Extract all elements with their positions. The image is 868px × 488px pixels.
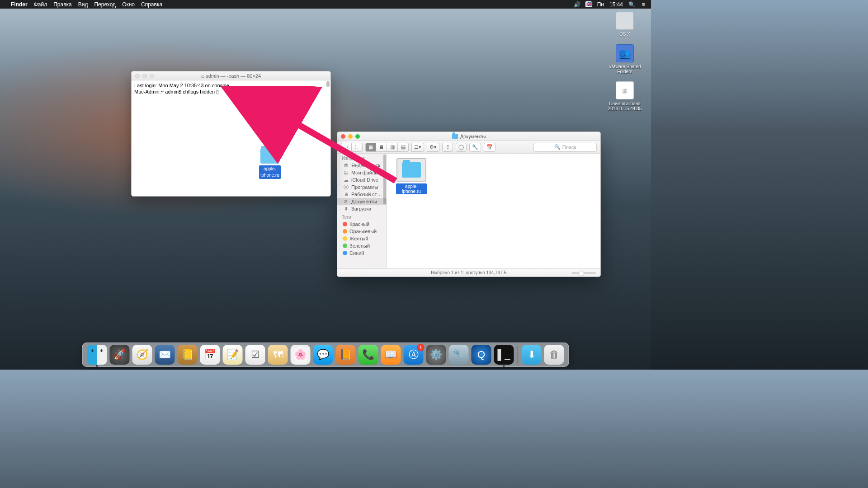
terminal-titlebar[interactable]: ⌂ admin — -bash — 80×24 (132, 71, 330, 80)
search-field[interactable]: 🔍 Поиск (533, 143, 597, 152)
sidebar-tag-orange[interactable]: Оранжевый (337, 228, 387, 235)
desktop-icon: 🖥 (343, 192, 349, 197)
language-indicator[interactable]: 🇬🇧 (585, 1, 592, 7)
desktop-icon-osx[interactable]: OS X (607, 12, 643, 37)
app-name[interactable]: Finder (11, 1, 28, 8)
folder-icon (260, 148, 279, 164)
terminal-title: admin — -bash — 80×24 (206, 73, 261, 79)
sidebar-item-label: Желтый (349, 236, 368, 241)
menu-window[interactable]: Окно (122, 1, 135, 8)
menubar-time[interactable]: 15:44 (609, 1, 623, 8)
dock-separator (518, 346, 518, 364)
sidebar-item-desktop[interactable]: 🖥Рабочий ст… (337, 191, 387, 198)
dock-calendar[interactable]: 📅 (200, 345, 220, 365)
sidebar-item-label: iCloud Drive (351, 177, 378, 183)
zoom-slider[interactable] (571, 272, 596, 274)
menu-file[interactable]: Файл (34, 1, 47, 8)
share-button[interactable]: ⇪ (442, 143, 453, 152)
desktop-icon-label: VMware Shared Folders (607, 64, 643, 74)
spotlight-icon[interactable]: 🔍 (628, 1, 635, 8)
terminal-line: Last login: Mon May 2 10:35:43 on consol… (134, 82, 328, 89)
tags-button[interactable]: ◯ (456, 143, 467, 152)
dock-finder[interactable] (87, 345, 107, 365)
desktop-icon-vmware[interactable]: 👥 VMware Shared Folders (607, 44, 643, 74)
menu-go[interactable]: Переход (94, 1, 116, 8)
sidebar-item-label: Оранжевый (349, 229, 377, 234)
view-coverflow-button[interactable]: ▤ (398, 143, 409, 152)
arrange-button[interactable]: ☰▾ (411, 143, 424, 152)
sidebar-tag-red[interactable]: Красный (337, 221, 387, 228)
dock-ibooks-alt[interactable]: 📙 (336, 345, 356, 365)
finder-toolbar: 〈 〉 ▦ ≣ ▥ ▤ ☰▾ ⚙▾ ⇪ ◯ 🔧 📅 🔍 Поиск (337, 141, 600, 154)
finder-titlebar[interactable]: Документы (337, 132, 600, 141)
view-icon-button[interactable]: ▦ (365, 143, 376, 152)
dock-facetime[interactable]: 📞 (359, 345, 378, 365)
appstore-badge: 1 (417, 344, 425, 351)
nav-back-button[interactable]: 〈 (341, 143, 352, 152)
view-column-button[interactable]: ▥ (387, 143, 398, 152)
finder-statusbar: Выбрано 1 из 1; доступно 134,74 ГБ (337, 268, 600, 277)
sidebar-item-label: Программы (351, 184, 378, 190)
dock-ibooks[interactable]: 📖 (381, 345, 401, 365)
dock-contacts[interactable]: 📒 (178, 345, 198, 365)
volume-icon[interactable]: 🔊 (574, 1, 580, 8)
sidebar-header-favorites: Избранное (337, 154, 387, 162)
desktop-icon-screenshot[interactable]: 🖼 Снимок экрана 2016-0…5.44.05 (607, 81, 643, 111)
toolbar-calendar-icon[interactable]: 📅 (484, 143, 495, 152)
sidebar-item-label: Синий (349, 250, 364, 256)
sidebar-item-downloads[interactable]: ⬇Загрузки (337, 205, 387, 212)
desktop-icon-label: Снимок экрана 2016-0…5.44.05 (607, 101, 643, 111)
toolbar-app-icon[interactable]: 🔧 (469, 143, 481, 152)
desktop-icon-label: OS X (607, 32, 643, 37)
tag-dot-icon (343, 244, 347, 248)
sidebar-item-myfiles[interactable]: 🗂Мои файлы (337, 169, 387, 176)
terminal-body[interactable]: Last login: Mon May 2 10:35:43 on consol… (132, 80, 330, 196)
sidebar-tag-green[interactable]: Зеленый (337, 242, 387, 249)
dock-terminal[interactable]: ▌_ (494, 345, 514, 365)
files-icon: 🗂 (343, 170, 349, 175)
dock-safari[interactable]: 🧭 (132, 345, 152, 365)
sidebar-item-yandexdisk[interactable]: ⛃Яндекс.Диск (337, 162, 387, 169)
sidebar-tag-yellow[interactable]: Желтый (337, 235, 387, 242)
dock-photos[interactable]: 🌸 (291, 345, 311, 365)
documents-icon: 🗎 (343, 199, 349, 204)
nav-forward-button[interactable]: 〉 (352, 143, 363, 152)
sidebar-item-iclouddrive[interactable]: ☁iCloud Drive (337, 176, 387, 183)
tag-dot-icon (343, 229, 347, 234)
dragged-folder[interactable]: apple-iphone.ru (259, 148, 281, 179)
dock-notes[interactable]: 📝 (223, 345, 243, 365)
dock-utility[interactable]: 🔧 (449, 345, 469, 365)
view-list-button[interactable]: ≣ (376, 143, 387, 152)
menubar-day[interactable]: Пн (597, 1, 604, 8)
dock-downloads[interactable]: ⬇ (522, 345, 542, 365)
sidebar-item-applications[interactable]: ⒶПрограммы (337, 183, 387, 191)
sidebar-item-label: Красный (349, 221, 369, 227)
dock-messages[interactable]: 💬 (313, 345, 333, 365)
sidebar-item-label: Мои файлы (351, 170, 378, 175)
scrollbar-thumb[interactable] (383, 155, 386, 204)
scrollbar-thumb[interactable] (326, 81, 330, 87)
sidebar-tag-blue[interactable]: Синий (337, 249, 387, 257)
finder-window[interactable]: Документы 〈 〉 ▦ ≣ ▥ ▤ ☰▾ ⚙▾ ⇪ ◯ 🔧 📅 🔍 По… (337, 131, 601, 277)
search-placeholder: Поиск (562, 145, 576, 150)
terminal-window[interactable]: ⌂ admin — -bash — 80×24 Last login: Mon … (131, 71, 331, 197)
finder-file[interactable]: apple-iphone.ru (396, 158, 427, 194)
sidebar-header-tags: Теги (337, 212, 387, 221)
action-button[interactable]: ⚙▾ (427, 143, 439, 152)
dock-quicktime[interactable]: Q (472, 345, 491, 365)
menu-view[interactable]: Вид (78, 1, 88, 8)
dock-trash[interactable]: 🗑 (544, 345, 564, 365)
dock-settings[interactable]: ⚙️ (426, 345, 446, 365)
dock-reminders[interactable]: ☑︎ (245, 345, 265, 365)
dock-mail[interactable]: ✉️ (155, 345, 175, 365)
menu-help[interactable]: Справка (141, 1, 162, 8)
dock-appstore[interactable]: Ⓐ1 (404, 345, 424, 365)
menu-edit[interactable]: Правка (53, 1, 72, 8)
sidebar-item-label: Загрузки (351, 206, 371, 211)
notification-center-icon[interactable]: ≡ (640, 1, 646, 8)
dock-maps[interactable]: 🗺 (268, 345, 288, 365)
folder-icon (402, 162, 421, 178)
finder-content[interactable]: apple-iphone.ru (387, 154, 600, 268)
sidebar-item-documents[interactable]: 🗎Документы (337, 198, 387, 205)
dock-launchpad[interactable]: 🚀 (110, 345, 130, 365)
